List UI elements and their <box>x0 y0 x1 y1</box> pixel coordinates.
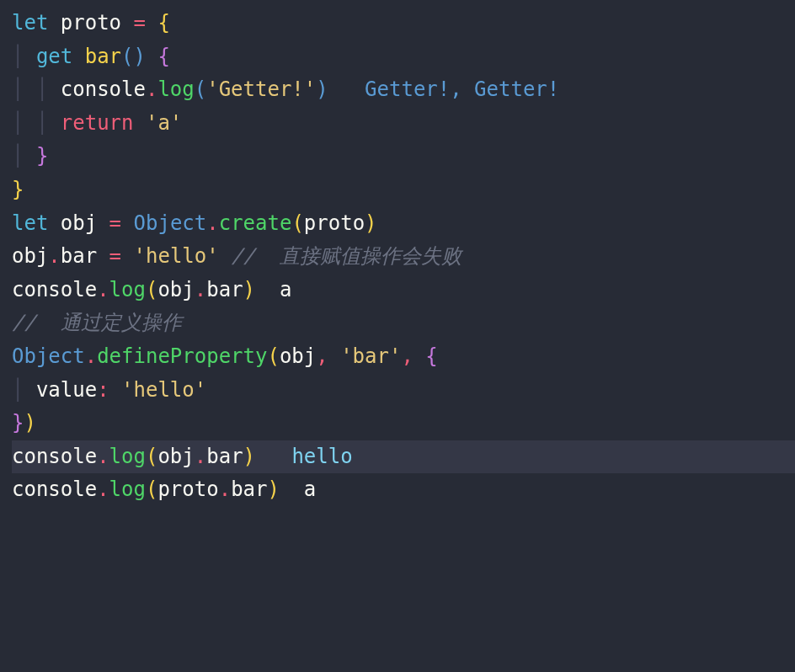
keyword-let: let <box>12 211 48 235</box>
code-line: console.log(obj.bar) a <box>12 274 795 307</box>
output-text: Getter!, Getter! <box>365 77 559 101</box>
code-line: │ value: 'hello' <box>12 374 795 408</box>
property-value: value <box>36 378 97 402</box>
indent-guide: │ <box>12 45 36 68</box>
brace-open: { <box>157 45 169 68</box>
method-log: log <box>109 477 146 501</box>
output-text: a <box>280 278 291 301</box>
output-text: hello <box>291 445 352 468</box>
code-line: │ } <box>12 140 795 173</box>
paren-open: ( <box>195 77 206 101</box>
comma: , <box>401 344 413 368</box>
code-line: let obj = Object.create(proto) <box>12 207 795 241</box>
keyword-get: get <box>36 45 72 68</box>
paren-close: ) <box>365 211 376 235</box>
method-bar: bar <box>85 45 121 68</box>
code-line: console.log(proto.bar) a <box>12 473 795 507</box>
code-line: Object.defineProperty(obj, 'bar', { <box>12 340 795 374</box>
operator-dot: . <box>48 244 60 268</box>
identifier-obj: obj <box>280 344 316 368</box>
identifier-object: Object <box>12 344 85 368</box>
string-literal: 'Getter!' <box>206 77 316 101</box>
code-line: }) <box>12 407 795 440</box>
operator-eq: = <box>121 11 157 35</box>
code-line: │ │ return 'a' <box>12 107 795 141</box>
code-line: │ │ console.log('Getter!') Getter!, Gett… <box>12 73 795 107</box>
string-literal: 'hello' <box>134 244 219 268</box>
code-line: obj.bar = 'hello' // 直接赋值操作会失败 <box>12 240 795 274</box>
paren-close: ) <box>243 278 255 301</box>
paren-open: ( <box>146 278 157 301</box>
parens: () <box>121 45 146 68</box>
identifier-bar: bar <box>206 278 243 301</box>
paren-open: ( <box>146 477 157 501</box>
string-literal: 'bar' <box>340 344 401 368</box>
operator-dot: . <box>97 477 109 501</box>
keyword-let: let <box>12 11 48 35</box>
identifier-object: Object <box>134 211 207 235</box>
indent-guide: │ <box>12 378 36 402</box>
paren-open: ( <box>146 445 157 468</box>
identifier-obj: obj <box>12 244 48 268</box>
operator-dot: . <box>97 445 109 468</box>
identifier-bar: bar <box>206 445 243 468</box>
brace-close: } <box>36 144 48 168</box>
code-line: // 通过定义操作 <box>12 307 795 340</box>
method-create: create <box>219 211 292 235</box>
code-line: let proto = { <box>12 7 795 40</box>
identifier-proto: proto <box>61 11 121 35</box>
code-line-active: console.log(obj.bar) hello <box>12 440 795 474</box>
identifier-obj: obj <box>61 211 97 235</box>
paren-close: ) <box>24 411 35 435</box>
paren-open: ( <box>291 211 303 235</box>
identifier-proto: proto <box>157 477 218 501</box>
method-log: log <box>109 278 146 301</box>
brace-open: { <box>157 11 169 35</box>
brace-close: } <box>12 411 24 435</box>
identifier-console: console <box>12 278 97 301</box>
comma: , <box>316 344 328 368</box>
comment: // 直接赋值操作会失败 <box>231 244 462 268</box>
string-literal: 'a' <box>146 111 182 135</box>
brace-close: } <box>12 178 24 201</box>
comment: // 通过定义操作 <box>12 311 182 334</box>
brace-open: { <box>425 344 437 368</box>
indent-guide: │ │ <box>12 111 61 135</box>
code-line: │ get bar() { <box>12 40 795 74</box>
operator-dot: . <box>195 278 206 301</box>
indent-guide: │ │ <box>12 77 61 101</box>
operator-dot: . <box>206 211 218 235</box>
paren-close: ) <box>316 77 328 101</box>
output-text: a <box>304 477 316 501</box>
identifier-console: console <box>12 445 97 468</box>
operator-dot: . <box>195 445 206 468</box>
operator-eq: = <box>97 211 133 235</box>
paren-close: ) <box>243 445 255 468</box>
identifier-proto: proto <box>304 211 365 235</box>
paren-open: ( <box>267 344 279 368</box>
indent-guide: │ <box>12 144 36 168</box>
identifier-bar: bar <box>231 477 267 501</box>
identifier-console: console <box>61 77 146 101</box>
identifier-obj: obj <box>157 445 194 468</box>
operator-dot: . <box>219 477 231 501</box>
operator-eq: = <box>97 244 133 268</box>
method-log: log <box>157 77 194 101</box>
identifier-obj: obj <box>157 278 194 301</box>
operator-dot: . <box>146 77 157 101</box>
identifier-bar: bar <box>61 244 97 268</box>
operator-dot: . <box>85 344 97 368</box>
method-log: log <box>109 445 146 468</box>
code-line: } <box>12 173 795 207</box>
operator-dot: . <box>97 278 109 301</box>
paren-close: ) <box>267 477 279 501</box>
identifier-console: console <box>12 477 97 501</box>
string-literal: 'hello' <box>121 378 206 402</box>
keyword-return: return <box>61 111 134 135</box>
colon: : <box>97 378 109 402</box>
method-defineproperty: defineProperty <box>97 344 267 368</box>
